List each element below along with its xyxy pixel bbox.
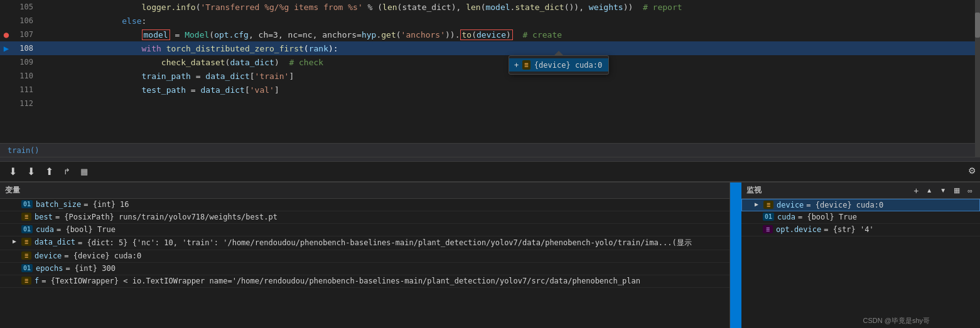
autocomplete-popup[interactable]: + ≡ {device} cuda:0: [509, 55, 609, 75]
call-stack-label: train(): [8, 146, 40, 155]
var-name-epochs: epochs: [36, 264, 63, 273]
watch-list: ▶ ≡ device = {device} cuda:0 01 cuda = {…: [741, 199, 980, 328]
csdn-credit: CSDN @毕竟是shy哥: [863, 316, 930, 325]
var-row-f: ≡ f = {TextIOWrapper} < io.TextIOWrapper…: [0, 275, 730, 288]
var-value-f: = {TextIOWrapper} < io.TextIOWrapper nam…: [41, 277, 724, 285]
watch-row-device: ▶ ≡ device = {device} cuda:0: [741, 199, 980, 211]
watch-row-cuda: 01 cuda = {bool} True: [741, 211, 980, 224]
watch-name-opt: opt.device: [776, 225, 821, 234]
line-number-112: 112: [13, 99, 41, 108]
table-btn[interactable]: ▦: [77, 166, 92, 177]
type-icon-epochs: 01: [21, 264, 33, 272]
variables-panel: 变量 01 batch_size = {int} 16 ≡ best = {Po…: [0, 183, 730, 328]
type-icon-watch-device: ≡: [763, 201, 773, 209]
watch-toolbar: + ▲ ▼ ▦ ∞: [911, 184, 975, 197]
expander-watch-device[interactable]: ▶: [755, 201, 761, 208]
type-icon-f: ≡: [21, 277, 31, 285]
type-icon-dict: ≡: [21, 238, 31, 246]
panel-separator: [0, 157, 980, 162]
plus-icon: +: [514, 61, 519, 70]
type-icon-bool: 01: [21, 225, 33, 233]
watch-row-opt-device: ≡ opt.device = {str} '4': [741, 224, 980, 236]
type-icon-watch-opt: ≡: [763, 225, 773, 233]
type-icon-map: ≡: [21, 213, 31, 221]
variables-title: 变量: [5, 185, 20, 196]
var-value-device: = {device} cuda:0: [64, 251, 724, 260]
var-value-cuda: = {bool} True: [57, 225, 724, 234]
var-name-batch_size: batch_size: [36, 200, 81, 209]
var-name-device: device: [35, 251, 62, 260]
line-number-108: 108: [13, 44, 41, 53]
watch-table-btn[interactable]: ▦: [951, 185, 962, 196]
var-value-data_dict: = {dict: 5} {'nc': 10, 'train': '/home/r…: [78, 238, 724, 248]
code-editor: 105 logger.info('Transferred %g/%g items…: [0, 0, 980, 157]
type-icon-int: 01: [21, 200, 33, 208]
line-number-110: 110: [13, 71, 41, 80]
watch-value-cuda: = {bool} True: [798, 213, 975, 221]
watch-panel-header: 监视 + ▲ ▼ ▦ ∞: [741, 183, 980, 199]
step-over-btn[interactable]: ⬇: [23, 164, 39, 179]
var-row-best: ≡ best = {PosixPath} runs/train/yolov718…: [0, 211, 730, 224]
breakpoint-108[interactable]: ▶: [0, 43, 13, 53]
breakpoint-107[interactable]: ●: [0, 29, 13, 40]
watch-up-btn[interactable]: ▲: [923, 186, 935, 195]
var-row-cuda: 01 cuda = {bool} True: [0, 224, 730, 236]
autocomplete-label: {device} cuda:0: [534, 61, 602, 70]
watch-name-device: device: [777, 201, 804, 209]
watch-value-opt: = {str} '4': [824, 225, 975, 234]
line-number-105: 105: [13, 3, 41, 11]
debug-toolbar: ⬇ ⬇ ⬆ ↱ ▦ ⚙: [0, 162, 980, 182]
line-number-109: 109: [13, 58, 41, 66]
left-indicator: [730, 183, 741, 328]
var-row-data_dict: ▶ ≡ data_dict = {dict: 5} {'nc': 10, 'tr…: [0, 236, 730, 250]
watch-value-device: = {device} cuda:0: [806, 201, 974, 209]
settings-btn[interactable]: ⚙: [968, 166, 976, 176]
var-value-batch_size: = {int} 16: [83, 200, 724, 209]
line-number-106: 106: [13, 16, 41, 25]
line-number-107: 107: [13, 30, 41, 39]
watch-down-btn[interactable]: ▼: [937, 186, 949, 195]
watch-panel: 监视 + ▲ ▼ ▦ ∞ ▶ ≡ device = {device} cuda:…: [741, 183, 980, 328]
expander-data_dict[interactable]: ▶: [13, 238, 19, 245]
call-stack-bar: train(): [0, 143, 980, 157]
step-back-btn[interactable]: ↱: [60, 166, 74, 177]
watch-inf-btn[interactable]: ∞: [965, 186, 975, 196]
step-into-btn[interactable]: ⬇: [5, 164, 21, 179]
var-name-best: best: [35, 213, 53, 221]
line-number-111: 111: [13, 85, 41, 94]
var-row-device: ≡ device = {device} cuda:0: [0, 250, 730, 263]
variables-list: 01 batch_size = {int} 16 ≡ best = {Posix…: [0, 199, 730, 328]
debug-panels: 变量 01 batch_size = {int} 16 ≡ best = {Po…: [0, 182, 980, 328]
var-row-batch_size: 01 batch_size = {int} 16: [0, 199, 730, 211]
var-type-icon: ≡: [522, 60, 530, 70]
code-line-111: 111 test_path = data_dict['val']: [0, 83, 980, 97]
watch-title: 监视: [746, 185, 762, 196]
type-icon-watch-cuda: 01: [763, 213, 774, 221]
var-name-f: f: [35, 277, 39, 285]
var-row-epochs: 01 epochs = {int} 300: [0, 263, 730, 275]
var-value-best: = {PosixPath} runs/train/yolov718/weight…: [55, 213, 724, 221]
var-value-epochs: = {int} 300: [65, 264, 724, 273]
code-lines: 105 logger.info('Transferred %g/%g items…: [0, 0, 980, 143]
editor-scrollbar-thumb[interactable]: [975, 13, 980, 38]
autocomplete-item-device[interactable]: + ≡ {device} cuda:0: [509, 58, 608, 71]
watch-add-btn[interactable]: +: [911, 184, 921, 197]
step-out-btn[interactable]: ⬆: [41, 164, 57, 179]
var-name-cuda: cuda: [36, 225, 54, 234]
watch-name-cuda: cuda: [777, 213, 795, 221]
var-name-data_dict: data_dict: [35, 238, 75, 246]
editor-scrollbar[interactable]: [975, 0, 980, 157]
code-line-112: 112: [0, 97, 980, 110]
type-icon-device: ≡: [21, 251, 31, 260]
variables-panel-header: 变量: [0, 183, 730, 199]
